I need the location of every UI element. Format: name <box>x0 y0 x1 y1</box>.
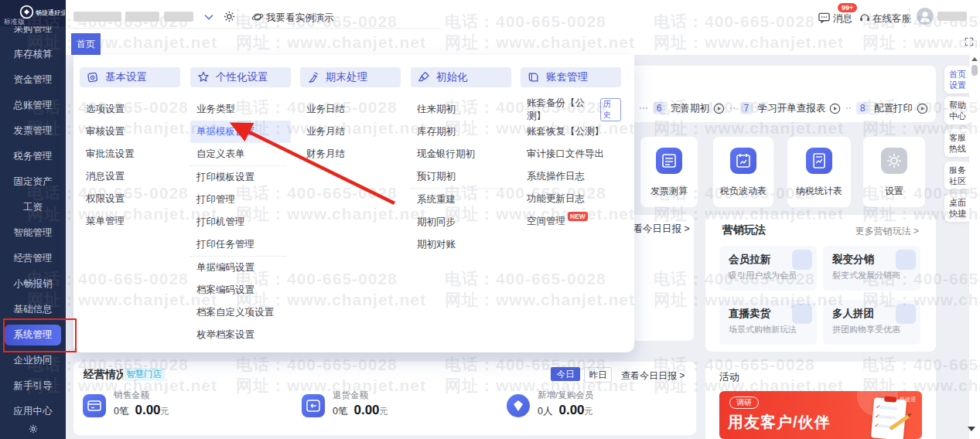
sidebar-item-1[interactable]: 库存核算 <box>0 42 66 67</box>
gear-icon[interactable] <box>223 10 236 26</box>
demo-planet-icon[interactable] <box>251 11 264 26</box>
menu-item[interactable]: 档案编码设置 <box>190 279 291 301</box>
fullscreen-icon[interactable] <box>964 36 975 50</box>
edition-label: 标准版 <box>4 17 25 27</box>
menu-item[interactable]: 账套恢复【公测】 <box>521 121 621 143</box>
menu-item[interactable]: 打印机管理 <box>190 211 291 233</box>
shortcut-tax-chart[interactable]: 税负波动表 <box>713 137 773 207</box>
step-8: 8 配置打印 <box>856 102 928 115</box>
menu-item[interactable]: 预订期初 <box>411 165 511 188</box>
menu-item[interactable]: 单据模板设置 <box>190 121 291 143</box>
menu-item[interactable]: 业务月结 <box>300 121 401 143</box>
play-icon[interactable] <box>713 103 725 114</box>
demo-link[interactable]: 我要看实例演示 <box>266 12 334 25</box>
sidebar-item-4[interactable]: 发票管理 <box>0 118 66 144</box>
marketing-tile-fission[interactable]: 裂变分销 裂变式发展分销商 <box>823 246 920 291</box>
menu-item[interactable]: 功能更新日志 <box>521 188 621 210</box>
menu-item[interactable]: 消息设置 <box>80 165 180 188</box>
menu-item[interactable]: 审计接口文件导出 <box>521 143 621 165</box>
menu-item[interactable]: 单据编码设置 <box>190 257 291 279</box>
history-badge[interactable]: 历史 <box>600 98 621 121</box>
menu-item[interactable]: 打印管理 <box>190 189 291 211</box>
scroll-down-arrow[interactable] <box>968 427 975 431</box>
megamenu-section-header: 基本设置 <box>80 67 180 87</box>
sidebar-item-3[interactable]: 总账管理 <box>0 93 66 118</box>
rail-service-hotline[interactable]: 客服热线 <box>944 129 971 157</box>
menu-item[interactable]: 打印任务管理 <box>190 233 291 256</box>
play-icon[interactable] <box>917 103 928 114</box>
menu-item[interactable]: 打印模板设置 <box>190 166 291 189</box>
sidebar-item-15[interactable]: 应用中心 <box>0 399 66 424</box>
support-link[interactable]: 在线客服 <box>872 12 911 26</box>
activity-banner[interactable]: 调研 畅捷通 用友客户/伙伴 ✓ ✓ ✓ <box>719 391 922 439</box>
menu-item[interactable]: 业务类型 <box>190 98 291 121</box>
redacted-company-name <box>164 12 193 22</box>
marketing-tile-title: 直播卖货 <box>729 307 770 321</box>
rail-home-settings[interactable]: 首页设置 <box>944 66 971 94</box>
rail-help-center[interactable]: 帮助中心 <box>944 97 971 124</box>
scrollbar-track[interactable] <box>969 55 980 439</box>
menu-item[interactable]: 业务日结 <box>300 98 401 121</box>
sidebar-item-14[interactable]: 新手引导 <box>0 373 66 399</box>
view-daily-report-link[interactable]: 查看今日日报 > <box>621 369 685 383</box>
menu-item[interactable]: 枚举档案设置 <box>190 324 291 346</box>
play-icon[interactable] <box>829 103 841 114</box>
shortcut-settings[interactable]: 设置 <box>863 137 925 207</box>
shortcut-tax-report[interactable]: 纳税统计表 <box>787 137 851 207</box>
rail-service-community[interactable]: 服务社区 <box>944 162 971 189</box>
marketing-tile-title: 多人拼团 <box>832 307 874 321</box>
sidebar-item-2[interactable]: 资金管理 <box>0 67 66 93</box>
messages-link[interactable]: 消息 <box>833 12 852 26</box>
avatar[interactable] <box>917 8 934 25</box>
sidebar-item-6[interactable]: 固定资产 <box>0 169 66 195</box>
menu-item[interactable]: 菜单管理 <box>80 210 180 233</box>
member-diamond-icon <box>507 394 530 417</box>
menu-item[interactable]: 审批流设置 <box>80 143 180 165</box>
marketing-more-link[interactable]: 更多营销玩法 > <box>855 225 919 238</box>
headset-icon[interactable] <box>859 11 871 26</box>
sidebar-item-8[interactable]: 智能管理 <box>0 220 66 246</box>
onboarding-steps: 6 完善期初 7 学习开单查报表 8 配置打印 <box>634 101 928 115</box>
step-7: 7 学习开单查报表 <box>740 102 842 115</box>
marketing-tile-group[interactable]: 多人拼团 拼团购物享受优惠 <box>823 300 920 345</box>
menu-item[interactable]: 自定义表单 <box>190 143 291 165</box>
member-icon <box>792 250 812 270</box>
sidebar-item-5[interactable]: 税务管理 <box>0 144 66 169</box>
menu-item[interactable]: 财务月结 <box>300 143 401 165</box>
scrollbar-thumb[interactable] <box>971 65 978 76</box>
today-button[interactable]: 今日 <box>551 367 580 381</box>
menu-item[interactable]: 权限设置 <box>80 188 180 210</box>
chevron-down-icon[interactable] <box>203 12 214 25</box>
menu-item[interactable]: 审核设置 <box>80 121 180 143</box>
menu-item[interactable]: 选项设置 <box>80 98 180 121</box>
tax-report-icon <box>806 148 832 174</box>
system-settings-megamenu: 基本设置选项设置审核设置审批流设置消息设置权限设置菜单管理个性化设置业务类型单据… <box>73 55 634 352</box>
menu-item[interactable]: 档案自定义项设置 <box>190 301 291 324</box>
menu-item[interactable]: 空间管理NEW <box>521 210 621 233</box>
stat-label: 退货金额 <box>333 390 368 401</box>
menu-item[interactable]: 往来期初 <box>411 98 511 121</box>
menu-item[interactable]: 期初同步 <box>411 211 511 233</box>
shortcut-invoice-calc[interactable]: 发票测算 <box>640 137 698 207</box>
sidebar-settings-gear[interactable] <box>0 424 66 437</box>
marketing-tile-live[interactable]: 直播卖货 场景式购物新玩法 <box>719 300 817 345</box>
sidebar-item-9[interactable]: 经营管理 <box>0 246 66 271</box>
menu-item[interactable]: 系统重建 <box>411 189 511 211</box>
tab-home[interactable]: 首页 <box>71 33 101 55</box>
menu-item[interactable]: 现金银行期初 <box>411 143 511 165</box>
marketing-tile-member[interactable]: 会员拉新 吸引用户成为会员 <box>719 246 817 291</box>
sidebar-item-10[interactable]: 小畅报销 <box>0 271 66 297</box>
yesterday-button[interactable]: 昨日 <box>584 367 612 383</box>
megamenu-section-header: 初始化 <box>411 67 511 87</box>
menu-item[interactable]: 库存期初 <box>411 121 511 143</box>
menu-item[interactable]: 期初对账 <box>411 233 511 256</box>
scrollbar-up-arrow[interactable] <box>971 57 978 61</box>
logo-block: 畅捷通好业财 标准版 <box>0 0 66 26</box>
sidebar-item-7[interactable]: 工资 <box>0 195 66 220</box>
stat-values: 0笔0.00元 <box>114 403 169 418</box>
rail-desktop-shortcut[interactable]: 桌面快捷 <box>944 194 971 222</box>
message-bubble-icon[interactable] <box>818 11 831 26</box>
group-buy-icon <box>896 304 916 324</box>
menu-item[interactable]: 账套备份【公测】历史 <box>521 98 621 121</box>
menu-item[interactable]: 系统操作日志 <box>521 165 621 188</box>
